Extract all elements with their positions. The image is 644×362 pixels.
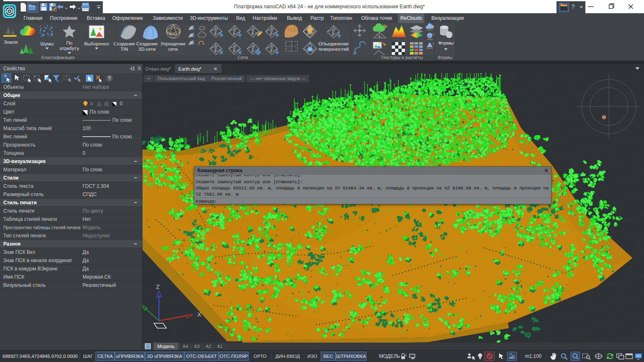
svg-text:?: ? [108, 76, 111, 81]
svg-text:V: V [432, 24, 434, 27]
svg-text:X: X [197, 311, 201, 318]
svg-text:Z: Z [156, 284, 160, 290]
svg-text:ƛ: ƛ [405, 353, 407, 357]
